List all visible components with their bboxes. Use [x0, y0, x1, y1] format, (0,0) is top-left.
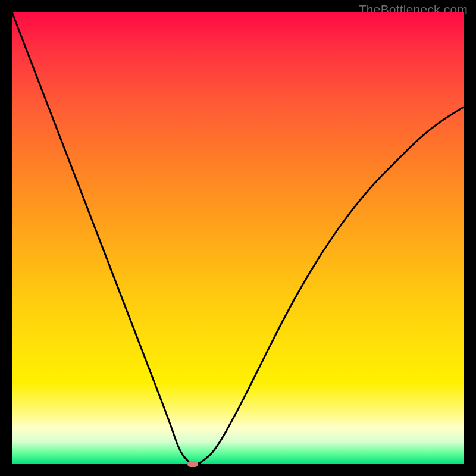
- minimum-marker: [187, 461, 198, 467]
- bottleneck-curve: [12, 12, 464, 464]
- chart-frame: [12, 12, 464, 464]
